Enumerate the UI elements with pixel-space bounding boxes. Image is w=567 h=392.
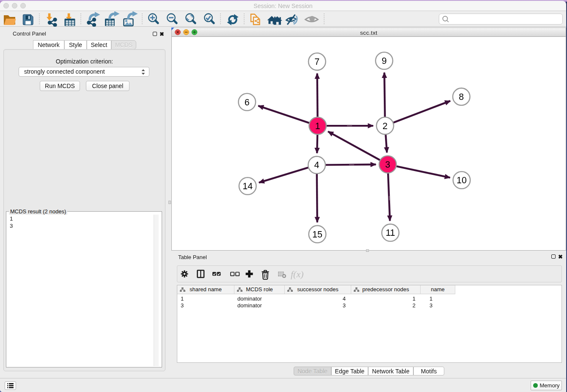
svg-text:4: 4 <box>314 160 319 170</box>
svg-text:8: 8 <box>459 92 464 102</box>
svg-text:3: 3 <box>385 160 390 170</box>
svg-text:14: 14 <box>242 181 253 191</box>
svg-text:1: 1 <box>315 121 320 131</box>
svg-text:7: 7 <box>314 57 319 67</box>
svg-text:15: 15 <box>312 229 322 240</box>
svg-text:11: 11 <box>385 228 395 238</box>
svg-text:f(x): f(x) <box>291 269 304 279</box>
svg-text:9: 9 <box>382 56 387 66</box>
svg-text:2: 2 <box>383 121 388 131</box>
svg-text:10: 10 <box>457 175 467 185</box>
svg-text:6: 6 <box>245 97 250 108</box>
